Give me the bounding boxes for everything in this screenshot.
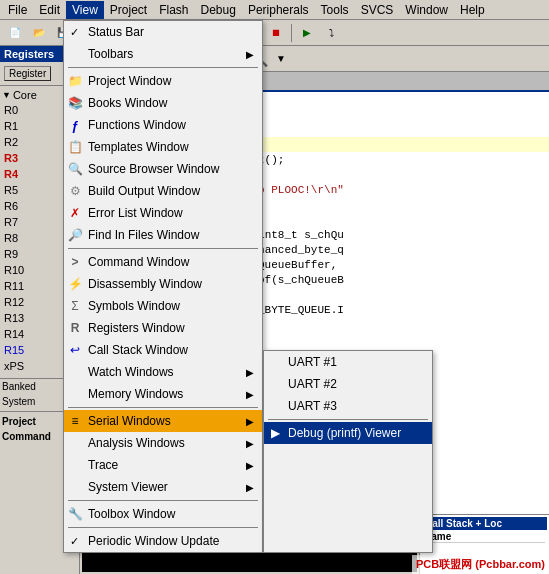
call-stack-label: Call Stack Window [88, 343, 188, 357]
menu-item-uart2[interactable]: UART #2 [264, 373, 432, 395]
reg-r4: R4 [4, 168, 32, 180]
menu-help[interactable]: Help [454, 1, 491, 19]
toolbox-window-label: Toolbox Window [88, 507, 175, 521]
register-dropdown[interactable]: Register [4, 66, 51, 81]
reg-r14: R14 [4, 328, 32, 340]
reg-r2: R2 [4, 136, 32, 148]
menu-item-find-in-files-window[interactable]: 🔎 Find In Files Window [64, 224, 262, 246]
debug-printf-icon: ▶ [266, 424, 284, 442]
source-browser-icon: 🔍 [66, 160, 84, 178]
trace-label: Trace [88, 458, 118, 472]
project-window-label: Project Window [88, 74, 171, 88]
menu-item-command-window[interactable]: > Command Window [64, 251, 262, 273]
reg-r5: R5 [4, 184, 32, 196]
uart1-label: UART #1 [288, 355, 337, 369]
menu-item-templates-window[interactable]: 📋 Templates Window [64, 136, 262, 158]
menu-item-periodic-window-update[interactable]: ✓ Periodic Window Update [64, 530, 262, 552]
menu-item-serial-windows[interactable]: ≡ Serial Windows ▶ [64, 410, 262, 432]
menu-view[interactable]: View [66, 1, 104, 19]
menu-file[interactable]: File [2, 1, 33, 19]
watermark: PCB联盟网 (Pcbbar.com) [412, 555, 549, 574]
disassembly-icon: ⚡ [66, 275, 84, 293]
reg-r3: R3 [4, 152, 32, 164]
reg-r10: R10 [4, 264, 32, 276]
debug-printf-label: Debug (printf) Viewer [288, 426, 401, 440]
command-window-icon: > [66, 253, 84, 271]
menu-item-toolbox-window[interactable]: 🔧 Toolbox Window [64, 503, 262, 525]
templates-window-label: Templates Window [88, 140, 189, 154]
functions-window-label: Functions Window [88, 118, 186, 132]
symbols-icon: Σ [66, 297, 84, 315]
menu-item-analysis-windows[interactable]: Analysis Windows ▶ [64, 432, 262, 454]
menu-item-project-window[interactable]: 📁 Project Window [64, 70, 262, 92]
command-window-label: Command Window [88, 255, 189, 269]
reg-r12: R12 [4, 296, 32, 308]
new-file-btn[interactable]: 📄 [4, 22, 26, 44]
analysis-windows-label: Analysis Windows [88, 436, 185, 450]
menu-project[interactable]: Project [104, 1, 153, 19]
menu-item-disassembly-window[interactable]: ⚡ Disassembly Window [64, 273, 262, 295]
templates-window-icon: 📋 [66, 138, 84, 156]
menu-item-registers-window[interactable]: R Registers Window [64, 317, 262, 339]
menu-item-functions-window[interactable]: ƒ Functions Window [64, 114, 262, 136]
reg-r1: R1 [4, 120, 32, 132]
functions-window-icon: ƒ [66, 116, 84, 134]
memory-windows-arrow: ▶ [246, 389, 254, 400]
menu-window[interactable]: Window [399, 1, 454, 19]
menu-item-source-browser-window[interactable]: 🔍 Source Browser Window [64, 158, 262, 180]
error-list-icon: ✗ [66, 204, 84, 222]
name-column-header: Name [424, 531, 545, 543]
reg-r7: R7 [4, 216, 32, 228]
menu-item-watch-windows[interactable]: Watch Windows ▶ [64, 361, 262, 383]
menu-item-build-output-window[interactable]: ⚙ Build Output Window [64, 180, 262, 202]
trace-arrow: ▶ [246, 460, 254, 471]
menu-item-uart1[interactable]: UART #1 [264, 351, 432, 373]
menu-svcs[interactable]: SVCS [355, 1, 400, 19]
source-browser-label: Source Browser Window [88, 162, 219, 176]
core-label: Core [13, 89, 37, 101]
menu-item-debug-printf-viewer[interactable]: ▶ Debug (printf) Viewer [264, 422, 432, 444]
menu-edit[interactable]: Edit [33, 1, 66, 19]
toolbox-icon: 🔧 [66, 505, 84, 523]
reg-r6: R6 [4, 200, 32, 212]
open-file-btn[interactable]: 📂 [28, 22, 50, 44]
project-window-icon: 📁 [66, 72, 84, 90]
view-menu-dropdown: ✓ Status Bar Toolbars ▶ 📁 Project Window… [63, 20, 433, 553]
menu-peripherals[interactable]: Peripherals [242, 1, 315, 19]
uart3-label: UART #3 [288, 399, 337, 413]
menu-tools[interactable]: Tools [315, 1, 355, 19]
menu-item-uart3[interactable]: UART #3 [264, 395, 432, 417]
reg-r8: R8 [4, 232, 32, 244]
find-files-label: Find In Files Window [88, 228, 199, 242]
menu-flash[interactable]: Flash [153, 1, 194, 19]
menu-item-memory-windows[interactable]: Memory Windows ▶ [64, 383, 262, 405]
reg-r0: R0 [4, 104, 32, 116]
toolbars-arrow: ▶ [246, 49, 254, 60]
menu-item-trace[interactable]: Trace ▶ [64, 454, 262, 476]
menu-item-status-bar[interactable]: ✓ Status Bar [64, 21, 262, 43]
call-stack-header: Call Stack + Loc [422, 517, 547, 530]
menu-sep-1 [68, 67, 258, 68]
system-viewer-arrow: ▶ [246, 482, 254, 493]
periodic-check-icon: ✓ [70, 535, 79, 548]
memory-windows-label: Memory Windows [88, 387, 183, 401]
menu-sep-5 [68, 527, 258, 528]
menu-debug[interactable]: Debug [195, 1, 242, 19]
call-stack-content: Name [422, 530, 547, 544]
serial-submenu-panel: UART #1 UART #2 UART #3 ▶ Debug (printf)… [263, 350, 433, 553]
serial-sep [268, 419, 428, 420]
disassembly-label: Disassembly Window [88, 277, 202, 291]
menu-item-error-list-window[interactable]: ✗ Error List Window [64, 202, 262, 224]
registers-icon: R [66, 319, 84, 337]
call-stack-icon: ↩ [66, 341, 84, 359]
status-bar-label: Status Bar [88, 25, 144, 39]
menu-item-books-window[interactable]: 📚 Books Window [64, 92, 262, 114]
reg-r15: R15 [4, 344, 32, 356]
reg-r13: R13 [4, 312, 32, 324]
menu-item-symbols-window[interactable]: Σ Symbols Window [64, 295, 262, 317]
menu-item-system-viewer[interactable]: System Viewer ▶ [64, 476, 262, 498]
periodic-window-label: Periodic Window Update [88, 534, 219, 548]
menu-item-toolbars[interactable]: Toolbars ▶ [64, 43, 262, 65]
books-window-icon: 📚 [66, 94, 84, 112]
menu-item-call-stack-window[interactable]: ↩ Call Stack Window [64, 339, 262, 361]
